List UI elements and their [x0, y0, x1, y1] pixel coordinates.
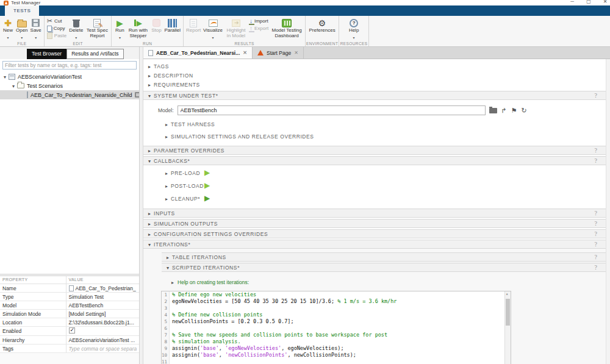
- section-help-icon[interactable]: ?: [595, 241, 597, 248]
- section-callbacks[interactable]: CALLBACKS* ?: [143, 156, 606, 165]
- test-spec-report-button[interactable]: Test Spec Report: [84, 17, 110, 39]
- code-editor-scrollbar[interactable]: [504, 291, 511, 364]
- tab-results-and-artifacts[interactable]: Results and Artifacts: [66, 49, 123, 59]
- simulation-mode-value[interactable]: [Model Settings]: [66, 310, 139, 318]
- section-help-icon[interactable]: ?: [595, 147, 597, 154]
- maximize-icon[interactable]: ▢: [586, 0, 591, 4]
- expand-arrow-icon[interactable]: [148, 210, 151, 216]
- close-tab-icon[interactable]: ✕: [243, 50, 247, 55]
- run-callback-icon[interactable]: ▶: [204, 194, 210, 202]
- model-testing-dashboard-button[interactable]: Model Testing Dashboard: [270, 17, 304, 39]
- run-with-stepper-button[interactable]: Run with Stepper: [126, 17, 149, 39]
- system-under-test-content: Model: ↱ ⚑ ↻ TEST HARNESS: [143, 100, 610, 146]
- section-help-icon[interactable]: ?: [595, 254, 597, 260]
- run-callback-icon[interactable]: ▶: [204, 168, 210, 177]
- open-button[interactable]: Open: [15, 17, 29, 41]
- section-requirements[interactable]: REQUIREMENTS: [143, 80, 610, 89]
- section-simulation-settings[interactable]: SIMULATION SETTINGS AND RELEASE OVERRIDE…: [165, 132, 610, 140]
- section-help-icon[interactable]: ?: [595, 157, 597, 164]
- report-button[interactable]: Report: [185, 17, 202, 34]
- minimize-icon[interactable]: ─: [570, 0, 575, 4]
- model-input[interactable]: [178, 105, 486, 115]
- section-cleanup[interactable]: CLEANUP* ▶: [165, 194, 610, 202]
- tab-tests[interactable]: TESTS: [5, 5, 39, 16]
- filter-tests-input[interactable]: [2, 61, 137, 70]
- delete-button[interactable]: Delete: [68, 17, 84, 41]
- section-pre-load[interactable]: PRE-LOAD ▶: [165, 169, 610, 177]
- expand-arrow-icon[interactable]: [167, 264, 169, 271]
- section-help-icon[interactable]: ?: [595, 220, 597, 227]
- expand-arrow-icon[interactable]: [148, 92, 151, 99]
- section-scripted-iterations[interactable]: SCRIPTED ITERATIONS* ?: [162, 263, 606, 272]
- highlight-in-model-button[interactable]: Highlight in Model: [224, 17, 248, 39]
- tags-input[interactable]: [69, 346, 137, 352]
- section-parameter-overrides[interactable]: PARAMETER OVERRIDES ?: [143, 146, 606, 155]
- copy-button[interactable]: Copy: [47, 25, 66, 32]
- tab-test-browser[interactable]: Test Browser: [27, 49, 66, 59]
- import-button[interactable]: Import: [249, 18, 268, 24]
- expand-arrow-icon[interactable]: [165, 195, 168, 202]
- export-button[interactable]: Export: [249, 25, 268, 32]
- run-callback-icon[interactable]: ▶: [204, 181, 210, 190]
- run-button[interactable]: Run: [113, 17, 126, 41]
- expand-arrow-icon[interactable]: [165, 170, 168, 176]
- section-configuration-settings-overrides[interactable]: CONFIGURATION SETTINGS OVERRIDES ?: [143, 229, 606, 238]
- expand-arrow-icon[interactable]: [165, 182, 168, 189]
- expand-arrow-icon[interactable]: [4, 73, 6, 80]
- tree-item-test-suite[interactable]: Test Scenarios: [0, 81, 139, 90]
- document-tab-label: AEB_Car_To_Pedestrian_Nearsi...: [156, 50, 240, 56]
- expand-arrow-icon[interactable]: [148, 81, 151, 88]
- section-simulation-outputs[interactable]: SIMULATION OUTPUTS ?: [143, 219, 606, 228]
- expand-arrow-icon[interactable]: [148, 63, 151, 70]
- paste-button[interactable]: Paste: [47, 32, 66, 39]
- section-help-icon[interactable]: ?: [595, 264, 597, 271]
- save-button[interactable]: Save: [29, 17, 43, 41]
- section-description[interactable]: DESCRIPTION: [143, 71, 610, 80]
- open-model-icon[interactable]: [489, 108, 497, 113]
- section-test-harness[interactable]: TEST HARNESS: [165, 120, 610, 128]
- preferences-button[interactable]: Preferences: [307, 17, 337, 34]
- expand-arrow-icon[interactable]: [148, 147, 151, 154]
- expand-arrow-icon[interactable]: [148, 241, 151, 248]
- cut-button[interactable]: Cut: [47, 18, 66, 24]
- expand-arrow-icon[interactable]: [167, 254, 169, 260]
- expand-arrow-icon[interactable]: [148, 220, 151, 227]
- expand-arrow-icon[interactable]: [148, 72, 151, 79]
- main-scrollbar[interactable]: [606, 59, 610, 364]
- section-help-icon[interactable]: ?: [595, 230, 597, 237]
- section-system-under-test[interactable]: SYSTEM UNDER TEST* ?: [143, 91, 606, 100]
- document-tab-start-page[interactable]: Start Page ✕: [253, 47, 304, 59]
- section-help-icon[interactable]: ?: [595, 92, 597, 99]
- help-on-iterations-link[interactable]: Help on creating test iterations:: [178, 279, 249, 285]
- use-current-model-icon[interactable]: ↱: [501, 107, 507, 114]
- report-button-label: Report: [186, 28, 201, 34]
- section-post-load[interactable]: POST-LOAD ▶: [165, 182, 610, 190]
- expand-arrow-icon[interactable]: [148, 157, 151, 164]
- scrollbar-thumb[interactable]: [506, 299, 510, 326]
- expand-arrow-icon[interactable]: [165, 133, 168, 140]
- section-tags[interactable]: TAGS: [143, 62, 610, 71]
- help-button[interactable]: Help: [340, 17, 367, 41]
- model-value[interactable]: AEBTestBench: [66, 301, 139, 310]
- parallel-button[interactable]: Parallel: [163, 17, 182, 34]
- expand-arrow-icon[interactable]: [148, 230, 151, 237]
- refresh-model-icon[interactable]: ↻: [522, 107, 527, 114]
- stop-button[interactable]: Stop: [149, 17, 163, 34]
- pin-model-icon[interactable]: ⚑: [511, 107, 517, 114]
- expand-arrow-icon[interactable]: [171, 279, 174, 285]
- enabled-checkbox[interactable]: [69, 327, 75, 334]
- new-button[interactable]: New: [1, 17, 15, 41]
- scripted-iterations-code-editor[interactable]: 1% Define ego new velocities2egoNewVeloc…: [161, 291, 511, 364]
- visualize-button[interactable]: Visualize: [202, 17, 224, 41]
- section-help-icon[interactable]: ?: [595, 210, 597, 216]
- section-inputs[interactable]: INPUTS ?: [143, 209, 606, 218]
- section-iterations[interactable]: ITERATIONS* ?: [143, 240, 606, 249]
- close-icon[interactable]: ✕: [603, 0, 608, 4]
- expand-arrow-icon[interactable]: [165, 121, 168, 127]
- section-table-iterations[interactable]: TABLE ITERATIONS ?: [162, 252, 606, 262]
- document-tab-test-case[interactable]: AEB_Car_To_Pedestrian_Nearsi... ✕: [143, 47, 253, 59]
- close-tab-icon[interactable]: ✕: [294, 50, 298, 55]
- tree-item-test-case[interactable]: AEB_Car_To_Pedestrian_Nearside_Child: [0, 90, 139, 99]
- tree-item-test-file[interactable]: AEBScenarioVariationTest: [0, 72, 139, 81]
- expand-arrow-icon[interactable]: [12, 82, 15, 89]
